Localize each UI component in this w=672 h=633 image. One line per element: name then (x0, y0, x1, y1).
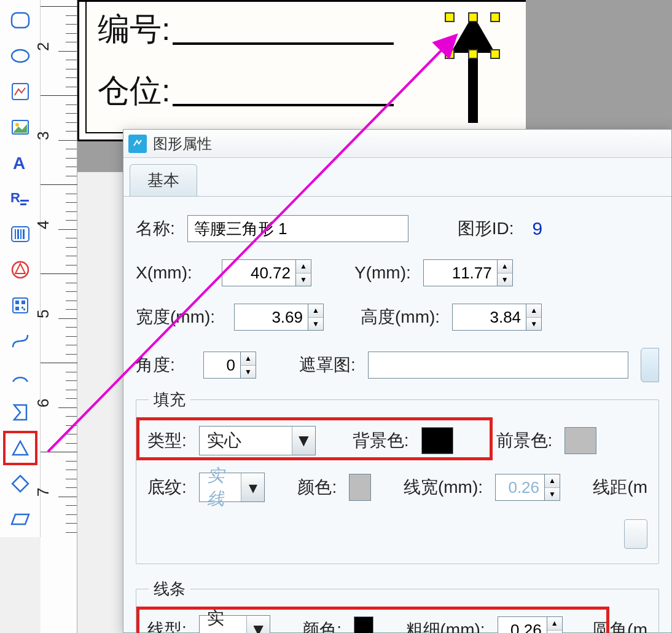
line-type-combo[interactable]: 实线 ▼ (199, 615, 270, 633)
vertical-ruler: 234567 (41, 0, 77, 633)
height-down-button[interactable]: ▼ (526, 318, 541, 331)
line-thick-up-button[interactable]: ▲ (547, 617, 562, 631)
y-spinner[interactable]: ▲▼ (423, 259, 513, 286)
angle-input[interactable] (203, 352, 240, 379)
curve-tool[interactable] (3, 324, 37, 358)
shape-toolbar: A R (0, 0, 41, 537)
line-legend: 线条 (149, 578, 190, 600)
svg-rect-19 (21, 307, 23, 309)
dialog-tabbar: 基本 (123, 158, 671, 197)
line-thick-spinner[interactable]: ▲▼ (498, 616, 563, 633)
x-down-button[interactable]: ▼ (296, 273, 311, 286)
fill-fg-label: 前景色: (496, 429, 553, 452)
y-input[interactable] (423, 259, 497, 286)
arc-tool[interactable] (3, 360, 37, 394)
ruler-tick-minor (66, 398, 77, 399)
polygon-tool[interactable] (3, 395, 37, 430)
svg-rect-11 (17, 229, 19, 239)
mask-input[interactable] (368, 352, 628, 379)
svg-point-4 (15, 123, 19, 127)
dialog-titlebar[interactable]: 图形属性 (123, 130, 671, 158)
fill-linew-input[interactable] (495, 474, 544, 501)
shape-properties-dialog: 图形属性 基本 名称: 图形ID: 9 X(mm): ▲▼ Y(mm): ▲▼ (123, 129, 672, 633)
shapeid-value: 9 (533, 218, 543, 239)
fill-fg-swatch[interactable] (565, 427, 596, 454)
ruler-tick-label: 7 (34, 487, 53, 496)
svg-rect-20 (23, 309, 25, 310)
diamond-tool[interactable] (3, 466, 37, 501)
fill-extra-button[interactable] (624, 519, 647, 549)
resize-handle-sw[interactable] (445, 49, 455, 59)
y-up-button[interactable]: ▲ (498, 260, 512, 273)
line-thick-input[interactable] (498, 616, 547, 633)
x-spinner[interactable]: ▲▼ (222, 259, 311, 286)
angle-up-button[interactable]: ▲ (241, 352, 256, 366)
chevron-down-icon[interactable]: ▼ (246, 616, 270, 633)
barcode-tool[interactable] (3, 217, 37, 251)
dialog-title-text: 图形属性 (153, 134, 212, 154)
fill-linew-down-button[interactable]: ▼ (545, 488, 560, 501)
chevron-down-icon[interactable]: ▼ (292, 427, 315, 455)
y-down-button[interactable]: ▼ (498, 273, 512, 286)
ruler-tick-minor (66, 291, 77, 292)
ruler-tick-minor (66, 24, 77, 25)
line-type-label: 线型: (147, 618, 187, 633)
angle-spinner[interactable]: ▲▼ (203, 352, 256, 379)
resize-handle-w[interactable] (445, 12, 455, 22)
richtext-tool[interactable]: R (3, 181, 37, 216)
height-label: 高度(mm): (361, 305, 440, 329)
svg-rect-0 (12, 13, 29, 28)
ellipse-tool[interactable] (3, 39, 37, 73)
stamp-tool[interactable] (3, 253, 37, 287)
resize-handle-se[interactable] (490, 49, 500, 59)
picture-tool[interactable] (3, 110, 37, 144)
resize-handle-e[interactable] (490, 12, 500, 22)
resize-handle-s[interactable] (468, 49, 478, 59)
width-spinner[interactable]: ▲▼ (234, 304, 324, 331)
width-down-button[interactable]: ▼ (308, 318, 323, 331)
width-input[interactable] (234, 304, 308, 331)
x-input[interactable] (222, 259, 295, 286)
triangle-tool[interactable] (3, 431, 37, 465)
fill-bg-swatch[interactable] (421, 427, 453, 454)
selected-triangle-shape[interactable] (442, 12, 504, 123)
ruler-tick-minor (66, 77, 77, 78)
fill-pattern-label: 底纹: (147, 476, 187, 499)
fill-pattern-combo[interactable]: 实线 ▾ (199, 473, 265, 502)
ruler-tick-minor (66, 265, 77, 265)
image-path-tool[interactable] (3, 74, 37, 109)
tab-basic[interactable]: 基本 (130, 164, 197, 196)
line-color-swatch[interactable] (354, 616, 373, 633)
angle-down-button[interactable]: ▼ (241, 366, 256, 379)
ruler-tick-minor (66, 380, 77, 381)
svg-rect-12 (20, 229, 21, 239)
svg-rect-13 (23, 229, 25, 239)
qrcode-tool[interactable] (3, 288, 37, 323)
height-spinner[interactable]: ▲▼ (452, 304, 542, 331)
fill-linew-up-button[interactable]: ▲ (545, 474, 560, 488)
text-tool[interactable]: A (3, 146, 37, 180)
fill-color-swatch[interactable] (349, 474, 370, 501)
width-up-button[interactable]: ▲ (308, 304, 323, 318)
ruler-tick-minor (66, 514, 77, 515)
fill-type-combo[interactable]: 实心 ▼ (199, 426, 316, 455)
mask-browse-button[interactable] (641, 348, 659, 382)
height-input[interactable] (452, 304, 526, 331)
name-input[interactable] (187, 215, 408, 242)
fill-linew-label: 线宽(mm): (404, 476, 483, 499)
fill-pattern-value: 实线 (200, 464, 241, 511)
fill-linew-spinner[interactable]: ▲▼ (495, 474, 560, 501)
ruler-tick-label: 2 (34, 42, 53, 50)
ruler-tick-label: 6 (34, 398, 53, 407)
x-up-button[interactable]: ▲ (296, 260, 311, 273)
ruler-tick-major (41, 6, 77, 7)
chevron-down-icon[interactable]: ▾ (241, 473, 264, 501)
height-up-button[interactable]: ▲ (526, 304, 541, 318)
svg-text:R: R (10, 190, 20, 205)
rounded-rect-tool[interactable] (3, 3, 37, 37)
line-thick-down-button[interactable]: ▼ (547, 631, 562, 634)
ruler-tick-minor (66, 158, 77, 159)
parallelogram-tool[interactable] (3, 502, 37, 537)
fill-color-label: 颜色: (297, 476, 337, 499)
resize-handle-n[interactable] (468, 12, 478, 22)
